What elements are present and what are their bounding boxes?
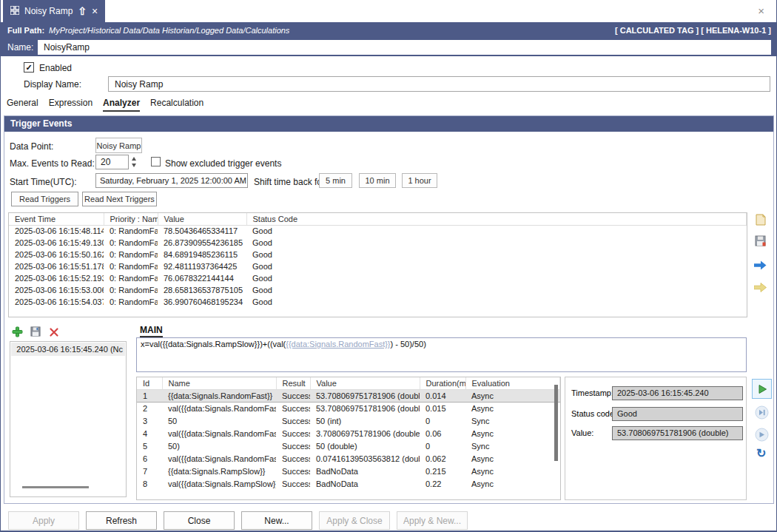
col-event-time[interactable]: Event Time [9,213,104,225]
window-close-icon[interactable]: × [758,5,764,16]
table-cell[interactable]: 0.07416139503563812 (double) [310,452,420,465]
document-tab[interactable]: Noisy Ramp ⇧ × [3,0,105,22]
table-cell[interactable]: 50 [162,414,276,427]
vertical-scrollbar[interactable] [554,385,558,461]
shift-5min-button[interactable]: 5 min [319,173,352,188]
shift-1hour-button[interactable]: 1 hour [402,173,437,188]
table-row[interactable]: 2val({{data:Signals.RandomFast}})Success… [137,402,560,414]
table-cell[interactable]: 2025-03-06 16:15:51.178 [9,260,104,272]
table-row[interactable]: 4val({{data:Signals.RandomFast}}) - 5(Su… [137,427,560,440]
apply-button[interactable]: Apply [8,511,79,530]
table-cell[interactable]: 0: RandomFast [104,225,158,237]
table-cell[interactable]: 84.68919485236115 [158,249,246,260]
table-cell[interactable]: 53.708069751781906 (double) @ 2( [310,389,420,402]
table-row[interactable]: 2025-03-06 16:15:51.1780: RandomFast92.4… [9,260,747,272]
tab-expression[interactable]: Expression [49,98,92,112]
table-cell[interactable]: 76.0678322144144 [158,272,246,284]
table-cell[interactable]: 0 [420,440,465,452]
table-row[interactable]: 2025-03-06 16:15:49.1300: RandomFast26.8… [9,237,747,249]
table-cell[interactable]: 0: RandomFast [104,296,158,308]
display-name-input[interactable] [108,76,770,92]
table-cell[interactable]: 2025-03-06 16:15:49.130 [9,237,104,249]
table-cell[interactable]: Good [246,225,747,237]
table-cell[interactable]: Sync [465,414,560,427]
status-code-field[interactable]: Good [612,407,743,421]
table-cell[interactable]: Good [246,284,747,296]
table-cell[interactable]: {{data:Signals.RandomFast}} [162,389,276,402]
table-cell[interactable]: 26.873909554236185 [158,237,246,249]
table-cell[interactable]: 2025-03-06 16:15:54.037 [9,296,104,308]
expression-editor[interactable]: x=val({{data:Signals.RampSlow}})+((val({… [136,337,747,372]
start-time-field[interactable]: Saturday, February 1, 2025 12:00:00 AM ⊞ [95,173,248,188]
table-cell[interactable]: 7 [137,465,162,477]
tab-general[interactable]: General [7,98,38,112]
show-excluded-checkbox[interactable] [151,157,161,166]
table-cell[interactable]: 53.708069751781906 (double) @ 2( [310,402,420,414]
table-cell[interactable]: 0.215 [420,465,465,477]
table-row[interactable]: 2025-03-06 16:15:52.1930: RandomFast76.0… [9,272,747,284]
table-cell[interactable]: 2 [137,402,162,414]
refresh-evaluation-icon[interactable]: ↻ [756,448,766,459]
table-cell[interactable]: 5 [137,440,162,452]
apply-and-close-button[interactable]: Apply & Close [319,511,390,530]
col-value[interactable]: Value [310,377,420,389]
table-cell[interactable]: 6 [137,452,162,465]
col-value[interactable]: Value [158,213,246,225]
table-row[interactable]: 8val({{data:Signals.RampSlow}})SuccessBa… [137,477,560,490]
table-cell[interactable]: 50) [162,440,276,452]
table-cell[interactable]: Success [276,452,310,465]
table-cell[interactable]: Success [276,477,310,490]
spin-down-icon[interactable] [132,164,136,167]
export-note-icon[interactable] [755,214,766,229]
table-row[interactable]: 550)Success50 (double)0Sync [137,440,560,452]
value-field[interactable]: 53.708069751781906 (double) [612,426,743,440]
table-cell[interactable]: 92.48111937364425 [158,260,246,272]
table-cell[interactable]: Success [276,465,310,477]
table-row[interactable]: 350Success50 (int)0Sync [137,414,560,427]
col-duration[interactable]: Duration(ms) [420,377,465,389]
pin-icon[interactable]: ⇧ [78,6,87,16]
close-button[interactable]: Close [164,511,235,530]
tab-analyzer[interactable]: Analyzer [103,98,140,112]
max-events-input[interactable] [95,155,129,169]
delete-trigger-icon[interactable] [49,327,59,340]
add-trigger-icon[interactable] [12,326,23,340]
next-trigger-disabled-icon[interactable] [754,282,767,295]
trigger-list-item[interactable]: 2025-03-06 16:15:45.240 (Nc [11,343,125,356]
table-cell[interactable]: Success [276,440,310,452]
step-next-button[interactable] [755,428,769,445]
shift-10min-button[interactable]: 10 min [359,173,396,188]
table-cell[interactable]: 50 (double) [310,440,420,452]
table-cell[interactable]: 78.50436465334117 [158,225,246,237]
tab-close-icon[interactable]: × [92,6,98,16]
col-id[interactable]: Id [137,377,162,389]
table-cell[interactable]: Good [246,260,747,272]
col-evaluation[interactable]: Evaluation [465,377,560,389]
table-cell[interactable]: 0.22 [420,477,465,490]
table-cell[interactable]: Async [465,452,560,465]
table-cell[interactable]: BadNoData [310,477,420,490]
refresh-button[interactable]: Refresh [86,511,157,530]
table-cell[interactable]: 50 (int) [310,414,420,427]
col-priority-name[interactable]: Priority : Name [104,213,158,225]
horizontal-scrollbar[interactable] [22,486,89,488]
apply-and-new-button[interactable]: Apply & New... [397,511,468,530]
table-cell[interactable]: 0.06 [420,427,465,440]
name-input[interactable] [38,40,771,55]
timestamp-field[interactable]: 2025-03-06 16:15:45.240 [612,386,743,400]
table-cell[interactable]: 0: RandomFast [104,272,158,284]
table-cell[interactable]: 0.014 [420,389,465,402]
table-cell[interactable]: val({{data:Signals.RampSlow}}) [162,477,276,490]
save-events-icon[interactable] [755,235,766,249]
table-cell[interactable]: Success [276,414,310,427]
table-cell[interactable]: 4 [137,427,162,440]
table-row[interactable]: 2025-03-06 16:15:54.0370: RandomFast36.9… [9,296,747,308]
table-cell[interactable]: Async [465,389,560,402]
table-cell[interactable]: 0 [420,414,465,427]
col-name[interactable]: Name [162,377,276,389]
table-row[interactable]: 2025-03-06 16:15:50.1620: RandomFast84.6… [9,249,747,260]
col-result[interactable]: Result [276,377,310,389]
read-next-triggers-button[interactable]: Read Next Triggers [82,192,157,206]
table-cell[interactable]: Good [246,272,747,284]
table-cell[interactable]: 0: RandomFast [104,249,158,260]
